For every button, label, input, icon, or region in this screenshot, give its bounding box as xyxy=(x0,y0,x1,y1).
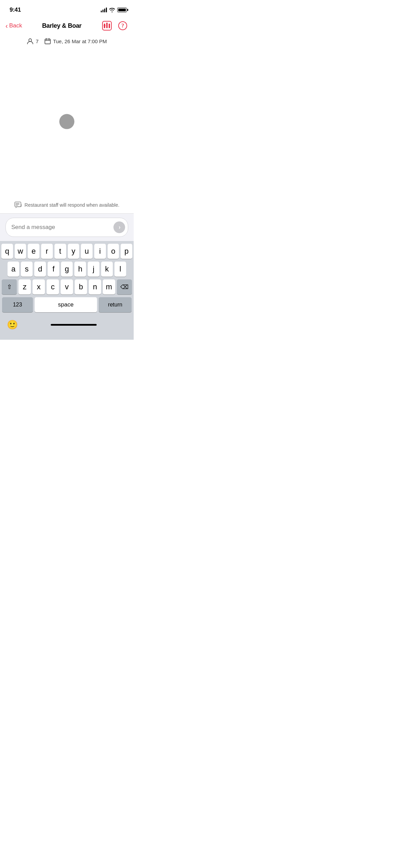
help-icon: ? xyxy=(118,21,127,31)
key-q[interactable]: q xyxy=(1,244,13,259)
key-b[interactable]: b xyxy=(75,279,87,294)
chat-area xyxy=(0,49,134,197)
svg-rect-4 xyxy=(104,25,106,26)
nav-actions: ? xyxy=(101,20,128,31)
key-p[interactable]: p xyxy=(121,244,132,259)
message-input[interactable] xyxy=(11,224,111,231)
status-time: 9:41 xyxy=(10,7,21,13)
key-n[interactable]: n xyxy=(89,279,101,294)
emoji-button[interactable]: 🙂 xyxy=(5,318,19,331)
date-time: Tue, 26 Mar at 7:00 PM xyxy=(53,38,107,44)
person-icon xyxy=(27,38,34,45)
restaurant-icon xyxy=(102,21,112,31)
key-u[interactable]: u xyxy=(81,244,93,259)
nav-bar: ‹ Back Barley & Boar ? xyxy=(0,17,134,34)
svg-point-7 xyxy=(29,39,32,41)
page-title: Barley & Boar xyxy=(42,22,82,29)
key-x[interactable]: x xyxy=(33,279,45,294)
restaurant-icon-button[interactable] xyxy=(101,20,112,31)
key-t[interactable]: t xyxy=(54,244,66,259)
message-input-container: › xyxy=(5,218,128,237)
help-icon-button[interactable]: ? xyxy=(117,20,128,31)
key-w[interactable]: w xyxy=(15,244,26,259)
signal-icon xyxy=(101,8,107,12)
key-m[interactable]: m xyxy=(103,279,115,294)
keyboard-row-3: ⇧ z x c v b n m ⌫ xyxy=(1,279,132,294)
key-j[interactable]: j xyxy=(88,262,99,277)
back-chevron-icon: ‹ xyxy=(5,22,8,29)
keyboard: q w e r t y u i o p a s d f g h j k l ⇧ … xyxy=(0,241,134,315)
key-e[interactable]: e xyxy=(28,244,39,259)
keyboard-bottom-row: 123 space return xyxy=(1,297,132,312)
numbers-key[interactable]: 123 xyxy=(2,297,33,312)
status-bar: 9:41 xyxy=(0,0,134,17)
loading-indicator xyxy=(59,114,74,129)
keyboard-row-1: q w e r t y u i o p xyxy=(1,244,132,259)
key-l[interactable]: l xyxy=(114,262,126,277)
space-key[interactable]: space xyxy=(35,297,97,312)
key-r[interactable]: r xyxy=(41,244,53,259)
key-g[interactable]: g xyxy=(61,262,73,277)
delete-key[interactable]: ⌫ xyxy=(117,279,132,294)
key-z[interactable]: z xyxy=(19,279,31,294)
svg-rect-8 xyxy=(45,39,50,44)
key-f[interactable]: f xyxy=(48,262,59,277)
send-button[interactable]: › xyxy=(113,221,125,233)
guest-count: 7 xyxy=(36,38,38,44)
home-indicator xyxy=(51,324,97,326)
key-s[interactable]: s xyxy=(21,262,33,277)
svg-rect-2 xyxy=(106,23,108,28)
shift-key[interactable]: ⇧ xyxy=(2,279,17,294)
info-notice: Restaurant staff will respond when avail… xyxy=(0,197,134,213)
date-time-group: Tue, 26 Mar at 7:00 PM xyxy=(44,38,107,45)
reservation-info: 7 Tue, 26 Mar at 7:00 PM xyxy=(0,34,134,49)
key-k[interactable]: k xyxy=(101,262,113,277)
key-i[interactable]: i xyxy=(94,244,106,259)
svg-text:?: ? xyxy=(121,23,124,28)
notice-text: Restaurant staff will respond when avail… xyxy=(25,202,120,208)
message-input-area: › xyxy=(0,213,134,241)
key-d[interactable]: d xyxy=(34,262,46,277)
return-key[interactable]: return xyxy=(99,297,132,312)
key-h[interactable]: h xyxy=(74,262,86,277)
status-icons xyxy=(101,8,127,12)
key-y[interactable]: y xyxy=(68,244,80,259)
keyboard-accessory: 🙂 xyxy=(0,315,134,340)
wifi-icon xyxy=(109,8,115,12)
back-label: Back xyxy=(9,22,22,29)
svg-rect-3 xyxy=(109,24,110,28)
calendar-icon xyxy=(44,38,51,45)
back-button[interactable]: ‹ Back xyxy=(5,22,22,29)
guest-count-group: 7 xyxy=(27,38,38,45)
key-v[interactable]: v xyxy=(61,279,73,294)
key-c[interactable]: c xyxy=(47,279,59,294)
key-o[interactable]: o xyxy=(108,244,119,259)
key-a[interactable]: a xyxy=(8,262,19,277)
chat-notice-icon xyxy=(14,202,22,208)
send-arrow-icon: › xyxy=(119,225,120,230)
battery-icon xyxy=(117,8,127,12)
keyboard-row-2: a s d f g h j k l xyxy=(1,262,132,277)
